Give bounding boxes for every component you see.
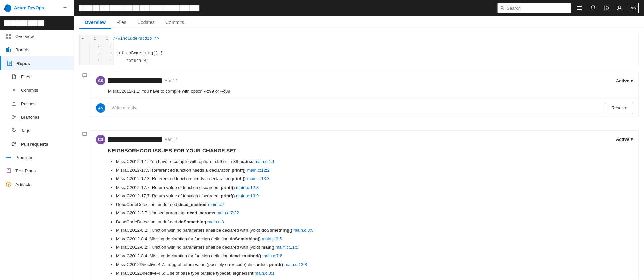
commits-icon (11, 87, 17, 93)
issue-list-item: MisraC2012-17.7: Return value of functio… (116, 184, 633, 191)
pr-overview-content: ▾ 1 1 //#include<stdio.h> 2 2 (74, 29, 644, 279)
branches-icon (11, 114, 17, 120)
user-menu-button[interactable] (614, 3, 625, 13)
search-box[interactable] (497, 3, 571, 13)
test-plans-icon (5, 167, 12, 174)
help-button[interactable] (601, 3, 612, 13)
issue-link[interactable]: main.c:12:2 (247, 168, 270, 173)
issue-link[interactable]: main.c:7:22 (216, 210, 239, 215)
artifacts-icon (5, 181, 12, 188)
issues-list: MisraC2012-1.1: You have to compile with… (108, 158, 633, 279)
issue-link[interactable]: main.c:7 (208, 202, 224, 207)
issue-list-item: MisraC2012-1.1: You have to compile with… (116, 158, 633, 165)
issue-link[interactable]: main.c:13:9 (236, 193, 259, 198)
add-project-button[interactable]: + (60, 3, 70, 13)
sidebar-item-commits[interactable]: Commits (0, 83, 74, 97)
diff-spacer-3 (80, 50, 90, 57)
topbar: ████████████████████████████████████ MS (74, 0, 644, 16)
comment-1-status[interactable]: Active ▾ (616, 78, 633, 83)
sidebar-item-pull-requests[interactable]: Pull requests (0, 137, 74, 151)
overview-icon (5, 33, 12, 40)
issue-link[interactable]: main.c:13:3 (247, 176, 270, 181)
chevron-down-icon-2: ▾ (631, 137, 633, 142)
issue-list-item: MisraC2012-8.4: Missing declaration for … (116, 253, 633, 260)
test-plans-label: Test Plans (15, 168, 36, 173)
issue-link[interactable]: main.c:11:5 (276, 245, 298, 250)
tab-updates[interactable]: Updates (132, 16, 160, 29)
diff-row-3: 3 3 int doSomething() { (80, 50, 638, 57)
search-icon (500, 6, 505, 10)
issue-list-item: MisraC2012-17.7: Return value of functio… (116, 193, 633, 199)
sidebar-item-files[interactable]: Files (0, 70, 74, 83)
list-view-button[interactable] (574, 3, 585, 13)
comment-1-body-text: MisraC2012-1.1: You have to compile with… (96, 88, 633, 95)
sidebar-item-repos[interactable]: Repos (0, 56, 74, 70)
tab-overview[interactable]: Overview (79, 16, 111, 29)
issue-link[interactable]: main.c:3:5 (262, 236, 282, 241)
chat-icon-2 (82, 132, 87, 137)
issue-link[interactable]: main.c:3 (207, 219, 224, 224)
issue-list-item: MisraC2012-2.7: Unused parameter dead_pa… (116, 210, 633, 216)
diff-line-content-2 (114, 42, 638, 50)
pr-content-area: ▾ 1 1 //#include<stdio.h> 2 2 (74, 35, 644, 279)
sidebar-item-pipelines[interactable]: Pipelines (0, 151, 74, 164)
pushes-label: Pushes (21, 101, 35, 106)
sidebar-item-artifacts[interactable]: Artifacts (0, 177, 74, 191)
thread-1-main: CS Mar 17 Active ▾ MisraC2012-1.1: You h… (90, 68, 639, 121)
pipelines-label: Pipelines (15, 155, 33, 160)
avatar-button[interactable]: MS (628, 3, 639, 13)
sidebar-item-tags[interactable]: Tags (0, 124, 74, 137)
sidebar-item-overview[interactable]: Overview (0, 30, 74, 43)
comment-1-reply-input[interactable] (108, 103, 603, 113)
diff-expand-btn[interactable]: ▾ (80, 35, 86, 42)
diff-old-num-1: 1 (86, 35, 98, 42)
issue-link[interactable]: main.c:12:8 (236, 185, 259, 190)
issue-link[interactable]: main.c:7:6 (262, 253, 282, 258)
comment-2-status[interactable]: Active ▾ (616, 137, 633, 142)
issue-link[interactable]: main.c:1:1 (255, 159, 275, 164)
issue-list-item: MisraC2012Directive-4.7: Integral return… (116, 261, 633, 268)
sidebar-item-boards[interactable]: Boards (0, 43, 74, 56)
sidebar-item-branches[interactable]: Branches (0, 110, 74, 124)
svg-rect-2 (6, 37, 8, 39)
sidebar: Azure DevOps + ████████████ Overview Boa… (0, 0, 74, 279)
svg-point-17 (15, 143, 16, 144)
pr-tabs: Overview Files Updates Commits (74, 16, 644, 29)
comment-thread-2: CS Mar 17 Active ▾ NEIGHBORHOOD ISSUES F… (79, 126, 639, 279)
comment-1-status-label: Active (616, 78, 629, 83)
user-icon (617, 5, 622, 11)
comment-1-author-redacted (108, 78, 162, 83)
boards-label: Boards (15, 47, 29, 52)
sidebar-item-test-plans[interactable]: Test Plans (0, 164, 74, 177)
bell-icon (590, 5, 596, 11)
comment-thread-1-body: CS Mar 17 Active ▾ MisraC2012-1.1: You h… (90, 72, 639, 117)
diff-new-num-3: 3 (102, 50, 114, 57)
thread-2-main: CS Mar 17 Active ▾ NEIGHBORHOOD ISSUES F… (90, 126, 639, 279)
svg-point-19 (6, 157, 8, 158)
diff-new-num-2: 2 (102, 42, 114, 50)
comment-2-author-redacted (108, 137, 162, 142)
tab-commits[interactable]: Commits (160, 16, 189, 29)
tags-label: Tags (21, 128, 30, 133)
tab-files[interactable]: Files (111, 16, 132, 29)
pull-requests-icon (11, 141, 17, 147)
svg-point-7 (13, 89, 15, 91)
diff-new-num-4: 4 (102, 57, 114, 65)
issue-link[interactable]: main.c:12:8 (285, 262, 307, 267)
svg-rect-25 (577, 6, 582, 7)
issue-list-item: DeadCodeDetection: undefined dead_method… (116, 201, 633, 208)
diff-old-num-2: 2 (90, 42, 102, 50)
azure-devops-logo-icon (4, 4, 11, 12)
sidebar-item-pushes[interactable]: Pushes (0, 97, 74, 110)
diff-spacer-4 (80, 57, 90, 65)
comment-1-resolve-button[interactable]: Resolve (606, 103, 633, 113)
diff-line-nums-2: 2 2 (90, 42, 114, 50)
svg-rect-3 (9, 37, 11, 39)
issue-link[interactable]: main.c:3:5 (293, 228, 313, 233)
issue-list-item: MisraC2012-8.4: Missing declaration for … (116, 236, 633, 242)
notifications-button[interactable] (588, 3, 598, 13)
issue-link[interactable]: main.c:3:1 (255, 271, 275, 276)
search-input[interactable] (507, 6, 568, 11)
commits-label: Commits (21, 88, 38, 93)
azure-devops-title: Azure DevOps (14, 5, 44, 10)
